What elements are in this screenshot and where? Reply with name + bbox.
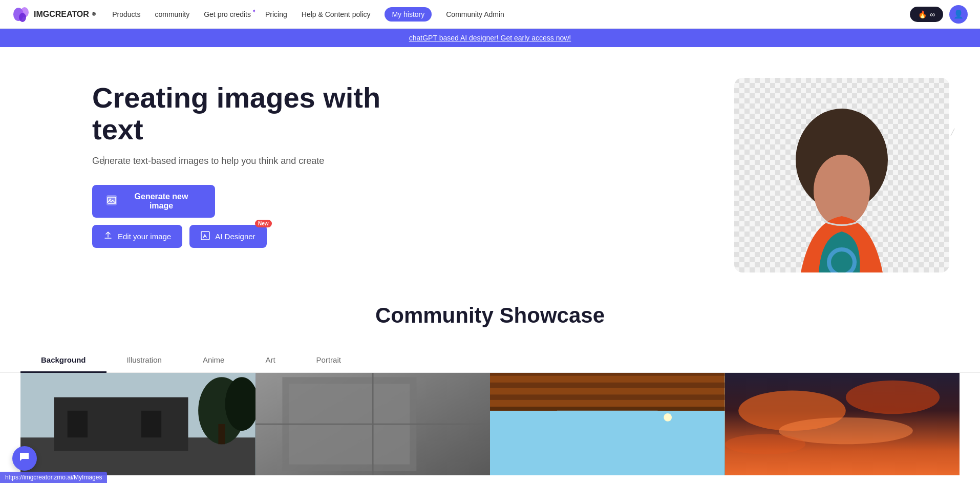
- tab-art[interactable]: Art: [245, 348, 295, 373]
- hero-text: Creating images with text Generate text-…: [92, 82, 919, 247]
- svg-rect-3: [106, 195, 117, 205]
- edit-image-button[interactable]: Edit your image: [92, 225, 182, 248]
- hero-title: Creating images with text: [92, 82, 919, 145]
- svg-rect-36: [490, 407, 725, 411]
- gallery-item[interactable]: [725, 373, 960, 475]
- fire-credits-button[interactable]: 🔥 ∞: [910, 7, 943, 22]
- svg-rect-19: [68, 411, 88, 437]
- chat-button[interactable]: [12, 446, 37, 471]
- image-icon: [106, 195, 117, 207]
- hero-subtitle: Generate text-based images to help you t…: [92, 156, 919, 166]
- banner[interactable]: chatGPT based AI designer! Get early acc…: [0, 29, 980, 47]
- gallery-img-2: [255, 373, 491, 475]
- nav-right: 🔥 ∞ 👤: [910, 5, 968, 24]
- avatar[interactable]: 👤: [949, 5, 968, 24]
- svg-rect-31: [490, 373, 725, 411]
- brand-name: IMGCREATOR: [34, 10, 89, 19]
- hero-section: / — ╱ ╱ ▪ ╲ Creating images with text Ge…: [0, 47, 980, 272]
- nav-left: IMGCREATOR® Products community Get pro c…: [12, 5, 504, 24]
- nav-help[interactable]: Help & Content policy: [302, 10, 371, 18]
- navbar: IMGCREATOR® Products community Get pro c…: [0, 0, 980, 29]
- tab-portrait[interactable]: Portrait: [296, 348, 361, 373]
- nav-products[interactable]: Products: [112, 10, 140, 18]
- svg-point-38: [664, 413, 672, 422]
- brand-trademark: ®: [92, 11, 96, 17]
- chat-icon: [18, 451, 31, 466]
- fire-credits-label: ∞: [930, 10, 935, 18]
- gallery-img-3: [490, 373, 725, 475]
- gallery-item[interactable]: [255, 373, 491, 475]
- ai-designer-label: AI Designer: [215, 232, 255, 241]
- generate-new-image-button[interactable]: Generate new image: [92, 185, 215, 218]
- svg-rect-34: [490, 383, 725, 388]
- generate-button-label: Generate new image: [122, 192, 201, 211]
- tab-anime[interactable]: Anime: [182, 348, 245, 373]
- svg-rect-35: [490, 394, 725, 400]
- gallery-item[interactable]: [20, 373, 255, 475]
- logo[interactable]: IMGCREATOR®: [12, 5, 96, 24]
- nav-get-pro-credits[interactable]: Get pro credits: [204, 10, 251, 18]
- ai-designer-icon: [201, 231, 210, 242]
- avatar-icon: 👤: [953, 9, 964, 19]
- fire-icon: 🔥: [918, 10, 927, 18]
- gallery-item[interactable]: [490, 373, 725, 475]
- edit-button-label: Edit your image: [118, 232, 171, 241]
- nav-community[interactable]: community: [155, 10, 189, 18]
- status-url: https://imgcreator.zmo.ai/MyImages: [5, 474, 102, 475]
- svg-rect-37: [557, 411, 658, 475]
- svg-rect-20: [141, 411, 161, 437]
- tab-background[interactable]: Background: [20, 348, 106, 373]
- svg-rect-23: [218, 424, 225, 444]
- nav-community-admin[interactable]: Community Admin: [446, 10, 504, 18]
- gallery-img-1: [20, 373, 255, 475]
- nav-my-history[interactable]: My history: [385, 7, 432, 22]
- svg-rect-33: [490, 373, 725, 376]
- showcase-tabs: Background Illustration Anime Art Portra…: [0, 348, 980, 373]
- hero-buttons: Generate new image Edit your image AI De…: [92, 185, 919, 248]
- svg-point-2: [19, 13, 26, 22]
- logo-icon: [12, 5, 31, 24]
- showcase-section: Community Showcase: [0, 272, 980, 328]
- btn-row: Edit your image AI Designer New: [92, 225, 267, 248]
- banner-link[interactable]: chatGPT based AI designer! Get early acc…: [409, 34, 571, 42]
- tab-illustration[interactable]: Illustration: [106, 348, 182, 373]
- deco-tick-right: ╱: [951, 129, 954, 135]
- nav-pricing[interactable]: Pricing: [265, 10, 287, 18]
- new-badge: New: [255, 220, 272, 227]
- svg-point-43: [725, 434, 805, 454]
- showcase-title: Community Showcase: [20, 303, 960, 328]
- gallery-img-4: [725, 373, 960, 475]
- svg-point-41: [845, 381, 939, 414]
- gallery: [0, 373, 980, 475]
- ai-designer-button[interactable]: AI Designer New: [189, 225, 266, 248]
- upload-icon: [103, 231, 113, 242]
- nav-links: Products community Get pro credits Prici…: [112, 7, 504, 22]
- status-bar: https://imgcreator.zmo.ai/MyImages: [0, 472, 107, 475]
